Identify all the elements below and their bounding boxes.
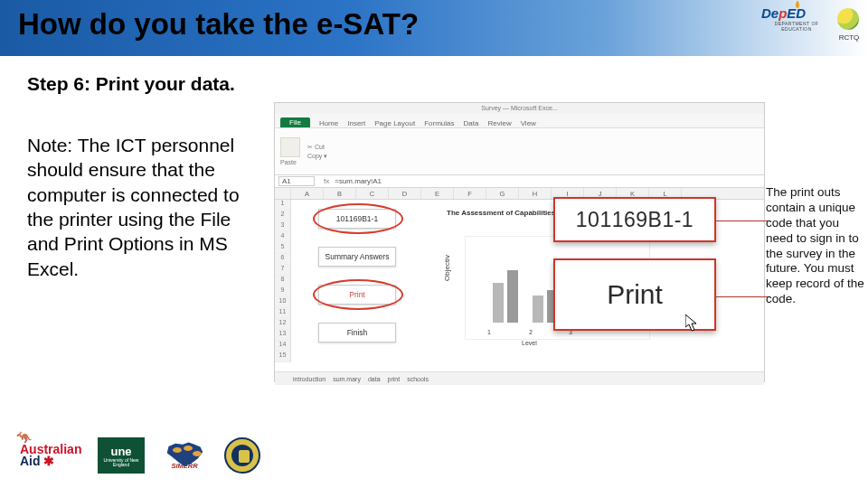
- excel-ribbon-body: Paste ✂ Cut Copy ▾: [275, 128, 764, 175]
- leader-line-2: [716, 296, 770, 297]
- slide-title: How do you take the e-SAT?: [18, 7, 419, 42]
- header-logos: DepED DEPARTMENT OF EDUCATION RCTQ: [761, 5, 861, 43]
- step-heading: Step 6: Print your data.: [27, 72, 262, 95]
- embedded-summary-button[interactable]: Summary Answers: [318, 247, 396, 267]
- excel-screenshot: Survey — Microsoft Exce... File Home Ins…: [274, 102, 765, 382]
- callout-code: 101169B1-1: [553, 197, 716, 242]
- chart-xlabel: Level: [522, 340, 537, 346]
- note-text: Note: The ICT personnel should ensure th…: [27, 133, 262, 281]
- excel-ribbon-tabs: File Home Insert Page Layout Formulas Da…: [275, 114, 764, 128]
- excel-tab-insert[interactable]: Insert: [347, 119, 365, 127]
- leader-line-1: [716, 221, 770, 221]
- flame-icon: [796, 1, 799, 8]
- footer-logos: 🦘 Australian Aid ✱ une University of New…: [20, 437, 260, 474]
- sheet-tab-intro[interactable]: introduction: [293, 376, 326, 382]
- paste-label: Paste: [280, 159, 300, 165]
- excel-tab-data[interactable]: Data: [464, 119, 479, 127]
- highlight-circle-print: [313, 279, 403, 310]
- excel-formula[interactable]: =sum.mary!A1: [335, 177, 382, 185]
- rctq-logo: RCTQ: [837, 8, 861, 42]
- excel-formula-bar: A1 fx =sum.mary!A1: [275, 175, 764, 188]
- sheet-tab-data[interactable]: data: [368, 376, 381, 382]
- slide-text: Step 6: Print your data. Note: The ICT p…: [27, 72, 262, 281]
- paste-icon[interactable]: [280, 137, 300, 157]
- excel-tab-review[interactable]: Review: [487, 119, 511, 127]
- excel-tab-view[interactable]: View: [521, 119, 536, 127]
- title-bar: How do you take the e-SAT? DepED DEPARTM…: [0, 0, 868, 56]
- deped-logo: DepED DEPARTMENT OF EDUCATION: [761, 5, 832, 43]
- cursor-icon: [685, 314, 700, 333]
- excel-tab-file[interactable]: File: [280, 117, 310, 127]
- sheet-tab-print[interactable]: print: [388, 376, 401, 382]
- rctq-label: RCTQ: [837, 33, 861, 42]
- excel-tab-home[interactable]: Home: [319, 119, 338, 127]
- svg-marker-0: [685, 314, 696, 331]
- excel-sheet-tabs: introduction sum.mary data print schools: [275, 371, 764, 385]
- copy-label[interactable]: Copy ▾: [307, 153, 327, 160]
- sheet-tab-schools[interactable]: schools: [407, 376, 429, 382]
- pnu-seal-logo: [224, 437, 260, 474]
- excel-namebox[interactable]: A1: [278, 176, 315, 186]
- simerr-logo: SiMERR: [157, 440, 212, 471]
- excel-window-title: Survey — Microsoft Exce...: [275, 103, 764, 114]
- excel-tab-formulas[interactable]: Formulas: [424, 119, 454, 127]
- australian-aid-logo: 🦘 Australian Aid ✱: [20, 437, 85, 474]
- deped-subtitle: DEPARTMENT OF EDUCATION: [761, 21, 832, 32]
- sheet-tab-summary[interactable]: sum.mary: [333, 376, 361, 382]
- side-caption: The print outs contain a unique code tha…: [766, 185, 867, 307]
- une-logo: une University of New England: [98, 437, 145, 474]
- embedded-finish-button[interactable]: Finish: [318, 323, 396, 343]
- excel-tab-pagelayout[interactable]: Page Layout: [374, 119, 415, 127]
- callout-code-value: 101169B1-1: [576, 208, 693, 232]
- highlight-circle-code: [313, 203, 403, 234]
- callout-print-label: Print: [607, 279, 663, 310]
